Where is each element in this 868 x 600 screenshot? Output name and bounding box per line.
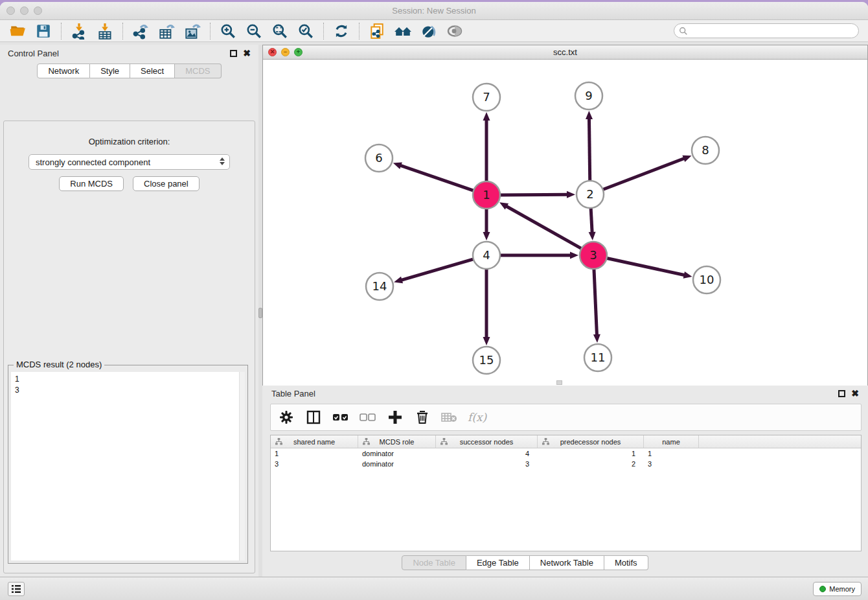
zoom-in-icon[interactable] [218, 22, 238, 40]
result-scrollbar[interactable] [239, 372, 245, 560]
edge-3-1[interactable] [505, 205, 583, 249]
edge-2-3[interactable] [591, 207, 592, 234]
zoom-selected-icon[interactable] [296, 22, 315, 40]
delete-icon[interactable] [413, 408, 431, 427]
edge-1-6[interactable] [399, 165, 475, 191]
node-label-1: 1 [483, 188, 490, 202]
optimization-criterion-select[interactable]: strongly connected component [29, 154, 230, 170]
network-window-titlebar[interactable]: ✕ − + scc.txt [263, 45, 867, 60]
list-icon [11, 584, 21, 594]
edge-2-8[interactable] [602, 158, 685, 190]
export-image-icon[interactable] [183, 22, 202, 40]
column-pane-icon[interactable] [304, 408, 323, 427]
zoom-out-icon[interactable] [244, 22, 264, 40]
status-bar: Memory [0, 577, 868, 600]
edge-arrowhead [483, 232, 490, 240]
export-network-icon[interactable] [131, 22, 150, 40]
tab-edge-table[interactable]: Edge Table [466, 555, 530, 570]
edge-arrowhead [683, 271, 692, 279]
edge-3-11[interactable] [594, 268, 597, 336]
column-header-name[interactable]: name [644, 435, 699, 448]
result-line: 1 [15, 374, 245, 385]
result-line: 3 [15, 385, 245, 396]
tab-motifs[interactable]: Motifs [604, 555, 648, 570]
tab-select[interactable]: Select [130, 63, 175, 78]
style-icon[interactable] [419, 22, 439, 40]
mcds-result-textarea[interactable]: 13 [11, 372, 245, 560]
gear-icon[interactable] [277, 408, 295, 427]
edge-4-14[interactable] [400, 259, 475, 280]
table-tabs: Node Table Edge Table Network Table Moti… [222, 555, 828, 570]
column-header-MCDS-role[interactable]: MCDS role [358, 435, 436, 448]
edge-arrowhead [593, 334, 600, 343]
hierarchy-icon [440, 438, 448, 445]
refresh-icon[interactable] [332, 22, 351, 40]
network-view-window: ✕ − + scc.txt 1234678910111415 [262, 45, 868, 386]
main-toolbar [0, 20, 868, 42]
memory-status-icon [819, 586, 826, 592]
table-panel-title: Table Panel [271, 389, 315, 398]
network-window-title: scc.txt [263, 47, 867, 57]
app-window: Session: New Session [0, 2, 868, 600]
table-cell: dominator [358, 460, 436, 468]
table-column-header[interactable]: shared nameMCDS rolesuccessor nodesprede… [271, 435, 861, 448]
tab-network[interactable]: Network [37, 63, 90, 78]
zoom-fit-icon[interactable] [270, 22, 290, 40]
edge-arrowhead [570, 252, 578, 259]
table-cell: 3 [644, 460, 699, 468]
network-graph[interactable]: 1234678910111415 [263, 60, 868, 386]
float-table-panel-icon[interactable] [838, 390, 845, 397]
node-label-14: 14 [372, 279, 387, 293]
node-table[interactable]: shared nameMCDS rolesuccessor nodesprede… [270, 435, 862, 551]
control-panel-title: Control Panel [8, 49, 59, 58]
export-table-icon[interactable] [157, 22, 176, 40]
open-session-icon[interactable] [8, 22, 27, 40]
close-table-panel-icon[interactable]: ✖ [851, 389, 859, 398]
import-table-icon[interactable] [95, 22, 115, 40]
table-row[interactable]: 3dominator323 [271, 459, 861, 469]
eye-icon[interactable] [445, 22, 464, 40]
edge-arrowhead [483, 337, 490, 345]
canvas-scroll-handle[interactable] [556, 380, 562, 385]
edge-arrowhead [682, 156, 691, 162]
column-header-successor-nodes[interactable]: successor nodes [436, 435, 538, 448]
table-cell: dominator [358, 450, 436, 457]
tab-node-table[interactable]: Node Table [402, 555, 466, 570]
table-row[interactable]: 1dominator411 [271, 448, 861, 459]
duplicate-network-icon[interactable] [367, 22, 387, 40]
task-history-button[interactable] [8, 582, 25, 596]
memory-button[interactable]: Memory [813, 582, 862, 596]
hierarchy-icon [542, 438, 549, 445]
save-session-icon[interactable] [34, 22, 53, 40]
close-panel-icon[interactable]: ✖ [243, 49, 251, 58]
run-mcds-button[interactable]: Run MCDS [59, 176, 124, 191]
column-header-predecessor-nodes[interactable]: predecessor nodes [538, 435, 644, 448]
edge-2-9[interactable] [589, 117, 589, 182]
node-label-3: 3 [589, 248, 597, 262]
mcds-result-lines: 13 [11, 372, 245, 396]
add-column-icon[interactable] [386, 408, 404, 427]
edge-arrowhead [589, 232, 596, 240]
search-input[interactable] [691, 27, 858, 36]
tab-mcds[interactable]: MCDS [175, 63, 221, 78]
memory-label: Memory [829, 585, 855, 593]
search-field[interactable] [674, 23, 859, 38]
window-titlebar: Session: New Session [0, 2, 868, 20]
close-panel-button[interactable]: Close panel [133, 176, 200, 191]
edge-arrowhead [394, 277, 403, 284]
hierarchy-icon [275, 438, 282, 445]
edge-1-2[interactable] [499, 194, 569, 195]
edge-3-10[interactable] [606, 258, 686, 275]
network-canvas[interactable]: 1234678910111415 [263, 60, 867, 386]
deselect-all-icon[interactable] [359, 408, 377, 427]
edge-arrowhead [483, 112, 490, 121]
column-header-shared-name[interactable]: shared name [271, 435, 358, 448]
import-network-icon[interactable] [69, 22, 89, 40]
select-all-icon[interactable] [332, 408, 350, 427]
float-panel-icon[interactable] [230, 50, 237, 57]
table-cell: 1 [271, 450, 358, 457]
home-icon[interactable] [393, 22, 413, 40]
table-cell: 2 [538, 460, 644, 468]
tab-network-table[interactable]: Network Table [530, 555, 604, 570]
tab-style[interactable]: Style [90, 63, 130, 78]
